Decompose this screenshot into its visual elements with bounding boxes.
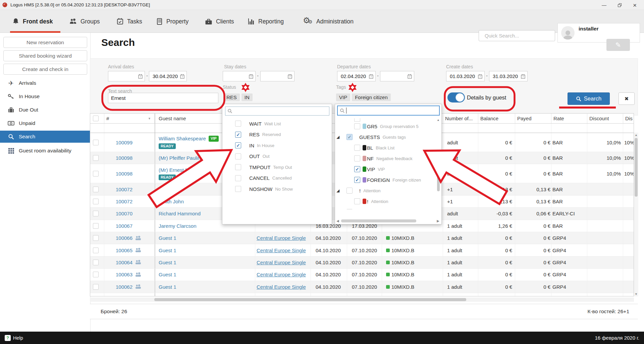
table-row[interactable]: 100064Guest 1Central Europe Single04.10.… bbox=[90, 257, 634, 269]
status-option[interactable]: ✓INIn House bbox=[222, 140, 332, 151]
status-option-checkbox[interactable]: ✓ bbox=[235, 132, 241, 138]
tag-checkbox[interactable] bbox=[354, 123, 360, 129]
status-dropdown-search[interactable] bbox=[225, 107, 329, 116]
row-checkbox[interactable] bbox=[93, 272, 99, 277]
tag-item[interactable]: NFNegative feedback bbox=[335, 153, 441, 164]
reservation-number[interactable]: 100061 bbox=[116, 296, 132, 296]
departure-to-input[interactable]: 7 bbox=[380, 71, 414, 81]
arrival-from-input[interactable]: 7 bbox=[108, 71, 145, 81]
expander-icon[interactable]: ◢ bbox=[336, 188, 343, 193]
scroll-up-icon[interactable]: ▲ bbox=[634, 133, 638, 137]
departure-from-input[interactable]: 7 bbox=[337, 71, 376, 81]
maximize-icon[interactable] bbox=[618, 3, 622, 7]
select-all-checkbox[interactable] bbox=[93, 116, 99, 121]
nav-tasks[interactable]: Tasks bbox=[116, 10, 142, 33]
stay-to-input[interactable]: 7 bbox=[260, 71, 294, 81]
filter-cell[interactable] bbox=[515, 124, 551, 133]
horizontal-scrollbar[interactable] bbox=[90, 297, 634, 302]
guest-name[interactable]: Guest 1 bbox=[159, 260, 176, 265]
sidebar-item-arrivals[interactable]: ✈ Arrivals bbox=[0, 76, 91, 90]
nav-clients[interactable]: Clients bbox=[205, 10, 234, 33]
status-option-checkbox[interactable] bbox=[235, 153, 241, 159]
guest-name[interactable]: Toth Geza bbox=[159, 187, 181, 192]
reservation-number[interactable]: 100072 bbox=[116, 187, 132, 192]
table-row[interactable]: 100062Guest 1Central Europe Single04.10.… bbox=[90, 281, 634, 293]
tag-checkbox[interactable] bbox=[354, 155, 360, 161]
guest-name[interactable]: Guest 1 bbox=[159, 248, 176, 253]
calendar-icon[interactable]: 7 bbox=[478, 74, 482, 79]
status-chip[interactable]: RES bbox=[223, 93, 240, 101]
status-option-checkbox[interactable] bbox=[235, 186, 241, 192]
status-option[interactable]: TMPOUTTemp Out bbox=[222, 162, 332, 173]
nav-front-desk[interactable]: Front desk bbox=[12, 10, 53, 33]
filter-cell[interactable] bbox=[551, 124, 587, 133]
status-option[interactable]: OUTOut bbox=[222, 151, 332, 162]
row-checkbox[interactable] bbox=[93, 199, 99, 204]
tag-item[interactable]: GR5Group reservation 5 bbox=[335, 121, 441, 132]
tags-vertical-scrollbar[interactable]: ▲ bbox=[437, 118, 440, 209]
table-row[interactable]: 100061Guest 1Central Europe Single04.10.… bbox=[90, 293, 634, 296]
tag-item[interactable]: ✓VIPVIP bbox=[335, 164, 441, 175]
reservation-number[interactable]: 100063 bbox=[116, 272, 132, 277]
minimize-icon[interactable]: — bbox=[602, 3, 606, 7]
tag-checkbox[interactable] bbox=[346, 188, 353, 194]
column-header-guests[interactable]: Number of... bbox=[443, 114, 478, 123]
clear-filters-button[interactable]: ✖ bbox=[619, 92, 635, 105]
help-button[interactable]: ? Help bbox=[5, 335, 23, 341]
expander-icon[interactable]: ◢ bbox=[336, 135, 343, 139]
filter-cell[interactable] bbox=[478, 124, 515, 133]
text-search-input[interactable] bbox=[108, 93, 218, 103]
room-type-link[interactable]: Central Europe Single bbox=[257, 235, 306, 241]
close-icon[interactable]: × bbox=[633, 2, 637, 8]
column-header-discount2[interactable]: Dis bbox=[623, 114, 634, 123]
scroll-up-icon[interactable]: ▲ bbox=[437, 118, 440, 122]
reservation-number[interactable]: 100098 bbox=[116, 155, 132, 161]
quick-search[interactable] bbox=[479, 30, 555, 41]
guest-name[interactable]: Jaremy Clarcson bbox=[159, 223, 197, 229]
reservation-number[interactable]: 100062 bbox=[116, 284, 132, 290]
date-field[interactable] bbox=[111, 73, 138, 79]
tags-chips[interactable]: VIP Foreign citizen bbox=[336, 93, 391, 101]
guest-name[interactable]: Guest 1 bbox=[159, 235, 176, 241]
sidebar-item-unpaid[interactable]: Unpaid bbox=[0, 117, 91, 130]
scroll-right-icon[interactable]: ▶ bbox=[437, 219, 439, 223]
calendar-icon[interactable]: 7 bbox=[369, 74, 373, 79]
date-field[interactable] bbox=[492, 73, 521, 79]
reservation-number[interactable]: 100070 bbox=[116, 211, 132, 216]
edit-button[interactable]: ✎ bbox=[606, 39, 630, 51]
nav-reporting[interactable]: Reporting bbox=[248, 10, 284, 33]
reservation-number[interactable]: 100098 bbox=[116, 171, 132, 177]
nav-property[interactable]: Property bbox=[156, 10, 189, 33]
table-row[interactable]: 100065Guest 1Central Europe Single04.10.… bbox=[90, 244, 634, 256]
nav-groups[interactable]: Groups bbox=[69, 10, 100, 33]
tag-item[interactable]: ✓FOREIGNForeign citizen bbox=[335, 175, 441, 185]
calendar-icon[interactable]: 7 bbox=[521, 74, 525, 79]
tag-item[interactable]: ◢LOYALTYLoyalty program bbox=[335, 207, 441, 209]
row-checkbox[interactable] bbox=[93, 235, 99, 241]
reservation-number[interactable]: 100072 bbox=[116, 199, 132, 204]
calendar-icon[interactable]: 7 bbox=[138, 74, 143, 79]
row-checkbox[interactable] bbox=[93, 211, 99, 216]
tag-checkbox[interactable] bbox=[346, 209, 353, 209]
filter-cell[interactable] bbox=[104, 124, 155, 133]
status-search-input[interactable] bbox=[234, 108, 327, 114]
status-option-checkbox[interactable] bbox=[235, 121, 241, 127]
guest-name[interactable]: Guest 1 bbox=[159, 272, 176, 277]
column-header-payed[interactable]: Payed bbox=[515, 114, 551, 123]
table-row[interactable]: 100066Guest 1Central Europe Single04.10.… bbox=[90, 232, 634, 244]
status-option[interactable]: WAITWait List bbox=[222, 118, 332, 129]
row-checkbox[interactable] bbox=[93, 155, 99, 161]
calendar-icon[interactable]: 7 bbox=[180, 74, 184, 79]
sidebar-item-guest-room-availability[interactable]: Guest room availability bbox=[0, 144, 91, 157]
status-chips[interactable]: RES IN bbox=[223, 93, 253, 101]
room-type-link[interactable]: Central Europe Single bbox=[257, 296, 306, 296]
tag-chip[interactable]: Foreign citizen bbox=[352, 93, 391, 101]
reservation-number[interactable]: 100099 bbox=[116, 140, 132, 145]
create-to-input[interactable]: 7 bbox=[489, 71, 528, 81]
guest-name[interactable]: Guest 1 bbox=[159, 296, 176, 296]
status-chip[interactable]: IN bbox=[241, 93, 253, 101]
status-option-checkbox[interactable] bbox=[235, 175, 241, 181]
tag-checkbox[interactable]: ✓ bbox=[354, 177, 360, 183]
search-button[interactable]: Search bbox=[568, 92, 610, 105]
table-row[interactable]: 100063Guest 1Central Europe Single04.10.… bbox=[90, 269, 634, 281]
